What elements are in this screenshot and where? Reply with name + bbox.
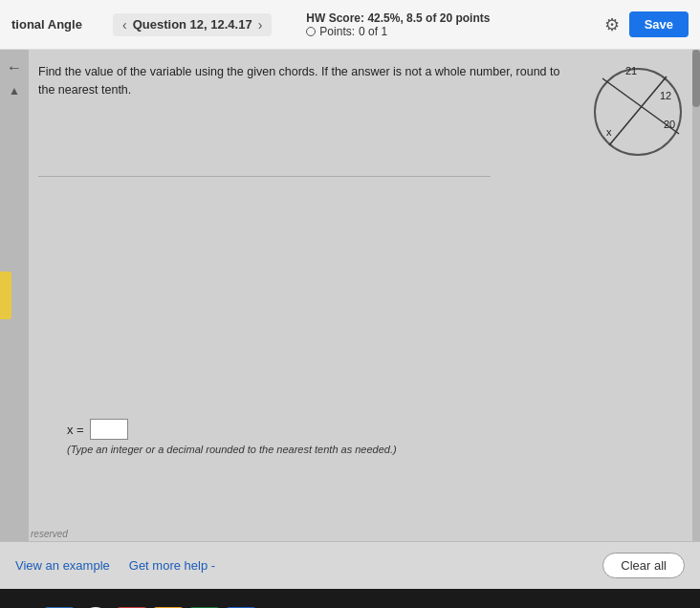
page-title: tional Angle [11,17,98,32]
get-more-help-button[interactable]: Get more help - [129,558,215,573]
scrollbar[interactable] [692,50,700,541]
question-nav: ‹ Question 12, 12.4.17 › [113,13,272,36]
svg-text:12: 12 [660,90,671,101]
hw-score-text: HW Score: 42.5%, 8.5 of 20 points [306,11,490,25]
answer-section: x = (Type an integer or a decimal rounde… [67,419,397,455]
back-arrow-icon[interactable]: ← [7,59,22,76]
bottom-bar: View an example Get more help - Clear al… [0,541,700,589]
save-button[interactable]: Save [629,11,689,37]
answer-row: x = [67,419,397,440]
hw-score-value: 42.5%, 8.5 of 20 points [367,11,490,25]
settings-button[interactable]: ⚙ [604,14,620,35]
svg-text:21: 21 [625,65,637,76]
points-label: Points: [319,25,355,38]
points-line: Points: 0 of 1 [306,25,490,38]
hw-score-label: HW Score: [306,11,364,25]
reserved-watermark: reserved [31,529,68,539]
svg-text:x: x [606,126,612,138]
svg-text:20: 20 [664,119,675,130]
next-question-arrow[interactable]: › [258,17,263,33]
circle-diagram: 21 12 20 x [576,59,690,164]
taskbar: 📁 📄 📀 G T DELL ▲ 🔈 ◢ [0,589,700,608]
yellow-tab [0,271,11,319]
svg-line-2 [609,76,667,145]
clear-all-button[interactable]: Clear all [602,553,685,578]
points-value: 0 of 1 [359,25,387,38]
view-example-button[interactable]: View an example [15,558,110,573]
scroll-thumb[interactable] [692,50,700,107]
header: tional Angle ‹ Question 12, 12.4.17 › HW… [0,0,700,50]
points-circle-icon [306,27,316,36]
question-area: Find the value of the variable using the… [29,50,700,541]
x-label: x = [67,423,84,437]
expand-icon: ▲ [9,84,20,98]
question-text: Find the value of the variable using the… [38,63,574,99]
main-content: ← ▲ Find the value of the variable using… [0,50,700,541]
hint-text: (Type an integer or a decimal rounded to… [67,444,397,455]
hw-score-section: HW Score: 42.5%, 8.5 of 20 points Points… [306,11,490,38]
prev-question-arrow[interactable]: ‹ [122,17,127,33]
separator-line [38,176,491,177]
question-label: Question 12, 12.4.17 [133,17,252,32]
answer-input[interactable] [90,419,128,440]
